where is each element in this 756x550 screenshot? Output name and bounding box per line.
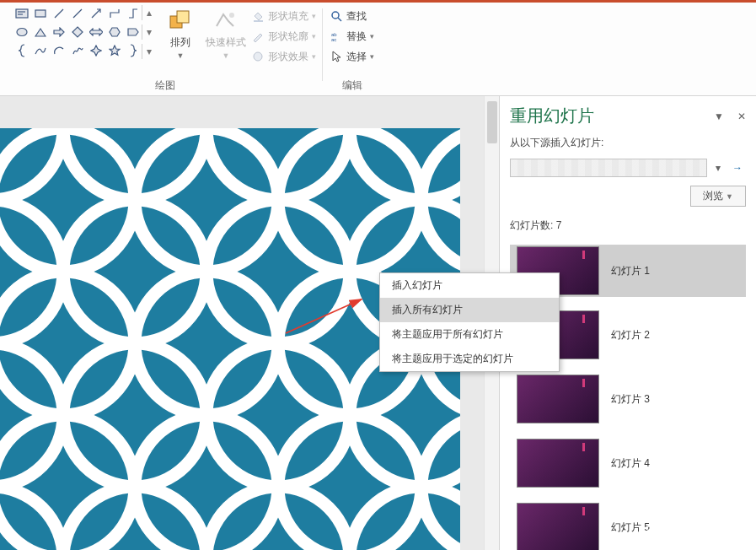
chevron-down-icon: ▼ [177,51,185,60]
cm-apply-theme-selected[interactable]: 将主题应用于选定的幻灯片 [380,347,559,371]
watermark: 系统之家 XITONGZHIJIA.NET [641,520,751,545]
cm-apply-theme-all[interactable]: 将主题应用于所有幻灯片 [380,322,559,347]
svg-marker-14 [91,46,101,56]
shape-star4-icon[interactable] [88,42,105,59]
shape-diamond-icon[interactable] [69,24,86,40]
count-value: 7 [556,219,562,231]
shape-format-stack: 形状填充 ▾ 形状轮廓 ▾ 形状效果 ▾ [251,5,316,66]
chevron-down-icon: ▾ [312,12,316,20]
cursor-icon [330,50,343,63]
chevron-down-icon: ▾ [370,32,374,40]
bucket-icon [251,9,265,23]
slide-count-label: 幻灯片数: 7 [510,218,746,233]
reuse-slide-name: 幻灯片 3 [611,392,650,407]
cm-insert-slide[interactable]: 插入幻灯片 [380,273,559,298]
shape-curve-icon[interactable] [32,42,49,59]
main-area: 重用幻灯片 ▼ ✕ 从以下源插入幻灯片: ▾ → 浏览 ▼ 幻灯片数: 7 幻灯… [0,96,756,550]
shape-oval-icon[interactable] [13,24,30,40]
shape-line-icon[interactable] [51,5,67,22]
ribbon: ▴ ▾ ▾ 排列 ▼ 快速样式 ▼ [0,0,756,96]
svg-marker-12 [110,28,120,36]
shape-triangle-icon[interactable] [32,24,49,40]
svg-marker-36 [648,526,663,531]
effects-icon [251,50,265,63]
go-button[interactable]: → [729,159,746,177]
context-menu: 插入幻灯片 插入所有幻灯片 将主题应用于所有幻灯片 将主题应用于选定的幻灯片 [379,272,560,372]
shape-hex-icon[interactable] [106,24,123,40]
reuse-slide-thumb [517,503,599,550]
search-icon [330,9,343,23]
chevron-down-icon: ▾ [312,32,316,40]
shape-lbrace-icon[interactable] [13,42,30,59]
replace-button[interactable]: abac 替换 ▾ [330,27,374,46]
reuse-slide-name: 幻灯片 4 [611,456,650,471]
svg-rect-19 [254,20,263,22]
browse-button[interactable]: 浏览 ▼ [690,186,746,207]
shape-arrow-icon[interactable] [88,5,105,22]
source-path-input[interactable] [510,159,707,177]
svg-marker-8 [35,29,46,36]
arrange-button[interactable]: 排列 ▼ [160,5,201,62]
svg-text:ac: ac [331,37,336,42]
svg-rect-0 [16,9,28,18]
chevron-down-icon: ▾ [370,52,374,61]
svg-rect-35 [651,531,660,540]
select-label: 选择 [346,50,367,64]
chevron-down-icon: ▼ [726,192,733,201]
shape-darrow-icon[interactable] [88,24,105,40]
gallery-down-icon[interactable]: ▾ [142,24,155,40]
svg-marker-10 [72,27,83,37]
reuse-slide-thumb [517,439,599,488]
ribbon-group-drawing: ▴ ▾ ▾ 排列 ▼ 快速样式 ▼ [7,5,323,96]
source-path-dropdown[interactable]: ▾ [710,159,726,177]
shape-gallery[interactable] [13,5,142,59]
svg-marker-25 [333,51,340,62]
gallery-expand-icon[interactable]: ▾ [142,44,155,59]
replace-icon: abac [330,30,343,43]
svg-line-22 [338,18,341,21]
accent-bar [0,0,756,3]
shape-rbrace-icon[interactable] [125,42,142,59]
shape-rect-icon[interactable] [32,5,49,22]
ribbon-group-editing: 查找 abac 替换 ▾ 选择 ▾ 编辑 [323,5,381,96]
svg-marker-11 [89,29,103,35]
shape-free-icon[interactable] [69,42,86,59]
shape-rarrow-icon[interactable] [51,24,67,40]
svg-line-6 [92,9,100,18]
gallery-up-icon[interactable]: ▴ [142,5,155,20]
watermark-url: XITONGZHIJIA.NET [675,535,751,542]
count-prefix: 幻灯片数: [510,219,556,231]
pane-close-icon[interactable]: ✕ [737,111,746,122]
replace-label: 替换 [346,30,367,44]
shape-pent-icon[interactable] [125,24,142,40]
group-label-drawing: 绘图 [155,77,175,96]
shape-textbox-icon[interactable] [13,5,30,22]
scrollbar-thumb[interactable] [487,101,497,143]
svg-point-7 [17,29,27,36]
shape-connector-icon[interactable] [106,5,123,22]
select-button[interactable]: 选择 ▾ [330,47,374,66]
shape-star5-icon[interactable] [106,42,123,59]
arrange-label: 排列 [170,35,190,50]
svg-marker-13 [128,29,138,35]
svg-line-5 [73,9,82,18]
shape-gallery-scroll[interactable]: ▴ ▾ ▾ [142,5,155,59]
svg-rect-3 [35,10,46,17]
pane-menu-icon[interactable]: ▼ [714,111,724,122]
cm-insert-all[interactable]: 插入所有幻灯片 [380,298,559,322]
chevron-down-icon: ▼ [223,51,230,60]
shape-line2-icon[interactable] [69,5,86,22]
reuse-slide-item[interactable]: 幻灯片 4 [510,437,746,489]
shape-outline-button: 形状轮廓 ▾ [251,27,316,46]
shape-fill-button: 形状填充 ▾ [251,7,316,25]
quick-styles-button: 快速样式 ▼ [206,5,246,62]
chevron-down-icon: ▾ [312,52,316,61]
quick-styles-label: 快速样式 [206,35,246,50]
browse-label: 浏览 [703,190,723,202]
find-button[interactable]: 查找 [330,7,374,25]
reuse-slide-item[interactable]: 幻灯片 3 [510,373,746,425]
reuse-slide-name: 幻灯片 1 [611,264,650,278]
shape-connector2-icon[interactable] [125,5,142,22]
shape-arc-icon[interactable] [51,42,67,59]
svg-point-20 [254,52,262,61]
